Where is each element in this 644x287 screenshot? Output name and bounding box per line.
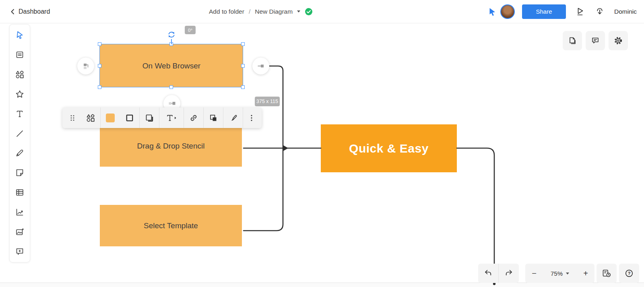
pages-icon bbox=[568, 36, 577, 45]
tool-insert-image[interactable] bbox=[14, 227, 25, 237]
canvas-bottom-edge bbox=[0, 283, 644, 287]
zoom-level-value: 75% bbox=[551, 270, 563, 277]
zoom-in-button[interactable]: + bbox=[577, 264, 594, 283]
version-history-button[interactable] bbox=[597, 264, 617, 283]
chevron-left-icon bbox=[10, 8, 15, 15]
shapes-icon bbox=[86, 113, 95, 123]
chevron-down-icon bbox=[566, 273, 569, 275]
toolbar-shadow-button[interactable] bbox=[140, 107, 159, 128]
tool-star[interactable] bbox=[14, 89, 25, 99]
user-menu[interactable]: Dominic bbox=[614, 8, 637, 15]
fill-color-swatch bbox=[106, 114, 115, 122]
download-button[interactable] bbox=[595, 7, 605, 17]
chevron-down-icon[interactable] bbox=[297, 10, 300, 12]
saved-check-icon bbox=[305, 8, 313, 16]
zoom-control-group: − 75% + bbox=[525, 264, 594, 283]
connector-browser-to-trunk[interactable] bbox=[244, 66, 283, 231]
text-style-icon bbox=[165, 113, 178, 123]
toolbar-drag-handle[interactable] bbox=[64, 107, 81, 128]
breadcrumb: Add to folder / New Diagram bbox=[209, 0, 313, 23]
tool-text[interactable] bbox=[14, 109, 25, 119]
diagram-editor: On Web Browser Drag & Drop Stencil Selec… bbox=[0, 0, 644, 287]
toolbar-copy-style-button[interactable] bbox=[204, 107, 223, 128]
tool-select[interactable] bbox=[14, 30, 25, 40]
brush-icon bbox=[228, 113, 238, 123]
tool-table[interactable] bbox=[14, 187, 25, 198]
undo-icon bbox=[483, 268, 493, 278]
stroke-square-icon bbox=[125, 113, 134, 123]
connector-endpoint-icon bbox=[256, 62, 265, 70]
size-badge: 375 x 115 bbox=[255, 97, 280, 106]
duplicate-style-icon bbox=[208, 113, 218, 123]
table-icon bbox=[15, 188, 25, 197]
toolbar-fill-color-button[interactable] bbox=[101, 107, 120, 128]
drag-dots-icon bbox=[68, 114, 76, 122]
settings-panel-button[interactable] bbox=[609, 31, 628, 50]
shape-on-web-browser[interactable]: On Web Browser bbox=[100, 44, 243, 87]
tool-comment[interactable] bbox=[14, 246, 25, 257]
shape-drag-drop-stencil[interactable]: Drag & Drop Stencil bbox=[100, 126, 242, 167]
tool-line[interactable] bbox=[14, 128, 25, 139]
shape-quick-easy[interactable]: Quick & Easy bbox=[321, 124, 457, 172]
zoom-level-dropdown[interactable]: 75% bbox=[543, 264, 577, 283]
tool-pencil[interactable] bbox=[14, 148, 25, 158]
document-title[interactable]: New Diagram bbox=[255, 8, 293, 15]
toolbar-shape-library-button[interactable] bbox=[81, 107, 100, 128]
shapes-icon bbox=[15, 70, 25, 79]
back-to-dashboard-button[interactable]: Dashboard bbox=[10, 0, 50, 23]
toolbar-link-button[interactable] bbox=[184, 107, 203, 128]
toolbar-more-options-button[interactable] bbox=[243, 107, 260, 128]
toolbar-format-painter-button[interactable] bbox=[223, 107, 243, 128]
rotation-handle[interactable] bbox=[167, 30, 176, 39]
pages-panel-button[interactable] bbox=[563, 31, 582, 50]
tool-shapes[interactable] bbox=[14, 69, 25, 80]
line-icon bbox=[15, 129, 25, 138]
redo-icon bbox=[504, 268, 514, 278]
connector-junction-arrow bbox=[283, 145, 288, 151]
cursor-select-icon bbox=[15, 30, 25, 40]
rotate-icon bbox=[167, 30, 176, 39]
undo-redo-group bbox=[478, 264, 519, 283]
add-to-folder-link[interactable]: Add to folder bbox=[209, 8, 244, 15]
shape-label: Drag & Drop Stencil bbox=[137, 142, 205, 151]
undo-button[interactable] bbox=[478, 264, 498, 283]
shape-select-template[interactable]: Select Template bbox=[100, 205, 242, 246]
share-button[interactable]: Share bbox=[522, 4, 566, 19]
zoom-out-button[interactable]: − bbox=[525, 264, 543, 283]
context-toolbar bbox=[62, 107, 262, 128]
comments-panel-button[interactable] bbox=[586, 31, 605, 50]
shape-label: Quick & Easy bbox=[349, 142, 429, 155]
tool-chart[interactable] bbox=[14, 207, 25, 217]
link-icon bbox=[189, 113, 198, 123]
tool-notes[interactable] bbox=[14, 50, 25, 60]
help-button[interactable]: ? bbox=[619, 264, 639, 283]
connector-quickeasy-down[interactable] bbox=[457, 148, 494, 283]
redo-button[interactable] bbox=[499, 264, 519, 283]
back-label: Dashboard bbox=[19, 8, 50, 15]
download-icon bbox=[595, 7, 605, 17]
header-right-cluster: Share Dominic bbox=[488, 0, 637, 23]
add-shape-left-button[interactable] bbox=[77, 58, 94, 74]
present-button[interactable] bbox=[576, 7, 585, 17]
version-history-icon bbox=[601, 268, 612, 278]
shadow-square-icon bbox=[144, 113, 154, 123]
user-avatar[interactable] bbox=[500, 4, 515, 19]
svg-text:?: ? bbox=[628, 271, 631, 276]
shape-toolbox bbox=[9, 24, 30, 262]
connector-endpoint-handle[interactable] bbox=[252, 58, 269, 74]
more-vertical-icon bbox=[248, 114, 256, 122]
toolbar-stroke-color-button[interactable] bbox=[120, 107, 139, 128]
present-play-icon bbox=[576, 7, 585, 17]
collaborator-pointer-icon bbox=[488, 7, 496, 16]
shape-label: On Web Browser bbox=[142, 62, 200, 70]
gear-icon bbox=[613, 36, 623, 45]
tool-sticky-note[interactable] bbox=[14, 167, 25, 178]
add-shape-left-icon bbox=[81, 62, 90, 70]
notes-icon bbox=[15, 50, 25, 60]
app-header: Dashboard Add to folder / New Diagram Sh… bbox=[0, 0, 644, 23]
star-icon bbox=[15, 89, 25, 99]
breadcrumb-separator: / bbox=[249, 8, 250, 15]
toolbar-text-style-button[interactable] bbox=[159, 107, 184, 128]
comment-icon bbox=[590, 36, 600, 45]
help-icon: ? bbox=[624, 268, 634, 278]
